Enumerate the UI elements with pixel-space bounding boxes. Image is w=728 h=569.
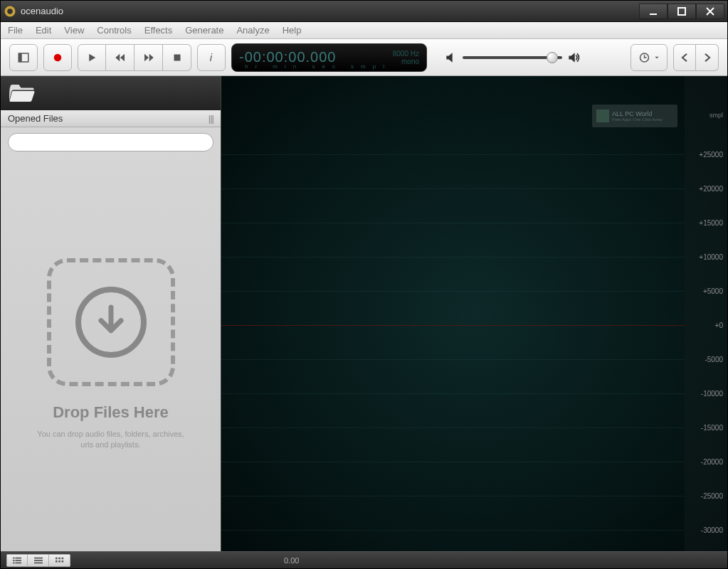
download-circle-icon <box>75 287 147 358</box>
svg-rect-22 <box>56 560 58 563</box>
menubar: File Edit View Controls Effects Generate… <box>1 22 727 39</box>
menu-view[interactable]: View <box>64 25 84 36</box>
sidebar-toggle-button[interactable] <box>9 44 38 71</box>
opened-files-header: Opened Files ||| <box>1 110 221 127</box>
watermark-text: ALL PC World <box>612 110 663 117</box>
close-button[interactable] <box>696 4 724 19</box>
svg-rect-17 <box>34 560 43 561</box>
drop-dashed-box <box>47 258 175 386</box>
svg-rect-11 <box>15 557 21 558</box>
window-title: ocenaudio <box>21 6 639 16</box>
time-labels: hr min sec smpl <box>245 63 391 70</box>
info-button[interactable]: i <box>197 44 226 71</box>
record-button[interactable] <box>43 44 72 71</box>
y-tick: +5000 <box>703 287 723 295</box>
y-tick: +15000 <box>699 219 723 227</box>
watermark-subtext: Free Apps One Click Away <box>612 117 663 122</box>
drop-subtitle: You can drop audio files, folders, archi… <box>33 429 189 451</box>
stop-button[interactable] <box>163 44 191 71</box>
menu-file[interactable]: File <box>8 25 23 36</box>
channel-mode: mono <box>393 58 419 65</box>
view-list-button[interactable] <box>28 554 49 567</box>
volume-control <box>444 50 581 65</box>
y-tick: -30000 <box>701 526 723 534</box>
menu-analyze[interactable]: Analyze <box>236 25 269 36</box>
waveform-area[interactable]: ALL PC World Free Apps One Click Away sm… <box>221 76 727 551</box>
drop-zone[interactable]: Drop Files Here You can drop audio files… <box>1 157 221 551</box>
menu-edit[interactable]: Edit <box>36 25 51 36</box>
volume-thumb[interactable] <box>547 52 558 63</box>
y-tick: +10000 <box>699 253 723 261</box>
y-axis-unit: smpl <box>709 112 723 119</box>
svg-rect-3 <box>678 8 685 15</box>
app-icon <box>4 5 16 18</box>
svg-rect-14 <box>13 562 15 563</box>
svg-rect-24 <box>61 560 63 563</box>
svg-text:i: i <box>210 51 213 63</box>
nav-forward-button[interactable] <box>696 44 719 71</box>
view-grid-button[interactable] <box>49 554 70 567</box>
volume-high-icon <box>566 50 581 65</box>
folder-open-icon <box>9 83 35 104</box>
history-dropdown-button[interactable] <box>631 44 668 71</box>
sample-rate: 8000 Hz <box>393 50 419 58</box>
menu-effects[interactable]: Effects <box>144 25 173 36</box>
svg-rect-10 <box>13 557 15 558</box>
watermark-icon <box>596 110 609 122</box>
watermark: ALL PC World Free Apps One Click Away <box>592 105 677 127</box>
opened-files-label: Opened Files <box>8 113 63 124</box>
volume-low-icon <box>444 50 458 65</box>
y-tick: -15000 <box>701 424 723 432</box>
rewind-button[interactable] <box>106 44 134 71</box>
y-tick: +20000 <box>699 185 723 193</box>
svg-rect-15 <box>15 562 21 563</box>
svg-rect-5 <box>19 53 22 62</box>
sidebar-folder-header[interactable] <box>1 76 221 110</box>
toolbar: i -00:00:00.000 hr min sec smpl 8000 Hz … <box>1 39 727 76</box>
timeline-start: 0.00 <box>284 556 299 565</box>
svg-point-1 <box>7 9 13 14</box>
y-tick: +0 <box>715 321 723 329</box>
svg-rect-2 <box>650 14 657 15</box>
y-tick: -20000 <box>701 458 723 466</box>
statusbar: 0.00 <box>1 551 727 568</box>
play-button[interactable] <box>78 44 106 71</box>
svg-rect-13 <box>15 560 21 561</box>
drop-title: Drop Files Here <box>53 403 169 422</box>
y-axis: smpl +25000 +20000 +15000 +10000 +5000 +… <box>685 76 727 551</box>
titlebar: ocenaudio <box>1 1 727 22</box>
sidebar: Opened Files ||| 🔍 Drop Files Here You c… <box>1 76 221 551</box>
y-tick: -10000 <box>701 390 723 398</box>
svg-rect-21 <box>61 557 63 559</box>
svg-rect-16 <box>34 557 43 558</box>
svg-point-6 <box>54 53 62 61</box>
svg-rect-20 <box>58 557 60 559</box>
y-tick: -25000 <box>701 492 723 500</box>
fast-forward-button[interactable] <box>134 44 163 71</box>
maximize-button[interactable] <box>668 4 696 19</box>
view-list-detail-button[interactable] <box>6 554 28 567</box>
svg-rect-18 <box>34 562 43 563</box>
svg-rect-12 <box>13 560 15 561</box>
svg-rect-7 <box>174 54 180 60</box>
grip-icon[interactable]: ||| <box>209 113 213 124</box>
minimize-button[interactable] <box>639 4 668 19</box>
volume-slider[interactable] <box>463 56 562 59</box>
svg-rect-23 <box>58 560 60 563</box>
nav-back-button[interactable] <box>673 44 696 71</box>
menu-help[interactable]: Help <box>283 25 302 36</box>
svg-rect-19 <box>56 557 58 559</box>
menu-controls[interactable]: Controls <box>97 25 131 36</box>
y-tick: -5000 <box>705 356 723 363</box>
y-tick: +25000 <box>699 151 723 159</box>
menu-generate[interactable]: Generate <box>185 25 223 36</box>
search-input[interactable] <box>8 133 213 151</box>
time-display: -00:00:00.000 hr min sec smpl 8000 Hz mo… <box>231 43 427 72</box>
